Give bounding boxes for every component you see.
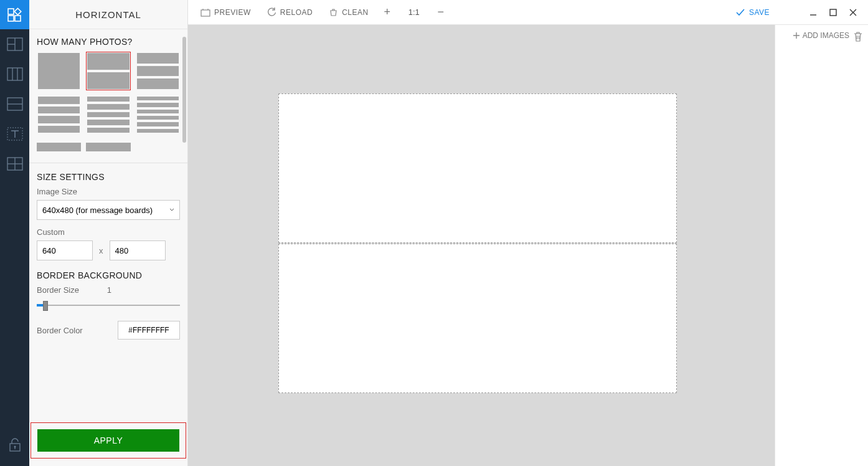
top-toolbar: PREVIEW RELOAD CLEAN + 1:1 − SAVE bbox=[188, 0, 868, 25]
add-images-button[interactable]: ADD IMAGES bbox=[793, 31, 849, 40]
image-size-label: Image Size bbox=[37, 187, 180, 196]
svg-rect-0 bbox=[8, 9, 14, 14]
svg-rect-2 bbox=[15, 16, 21, 21]
panel-title: HORIZONTAL bbox=[29, 0, 187, 29]
apply-highlight: APPLY bbox=[31, 422, 186, 459]
side-panel: HORIZONTAL HOW MANY PHOTOS? SIZE SETTING… bbox=[29, 0, 188, 466]
canvas-area bbox=[188, 25, 775, 466]
main-area: PREVIEW RELOAD CLEAN + 1:1 − SAVE bbox=[188, 0, 868, 466]
zoom-in-button[interactable]: + bbox=[379, 6, 396, 19]
preview-icon bbox=[200, 8, 210, 17]
window-minimize[interactable] bbox=[804, 4, 822, 21]
zoom-ratio: 1:1 bbox=[400, 7, 428, 17]
window-close[interactable] bbox=[844, 4, 862, 21]
columns-icon bbox=[7, 67, 23, 81]
zoom-out-button[interactable]: − bbox=[432, 6, 450, 19]
plus-icon bbox=[793, 32, 800, 39]
maximize-icon bbox=[829, 9, 837, 16]
rail-lock[interactable] bbox=[0, 430, 29, 460]
image-size-value: 640x480 (for message boards) bbox=[42, 206, 153, 215]
divider bbox=[29, 163, 187, 163]
svg-rect-21 bbox=[830, 9, 836, 16]
clean-icon bbox=[329, 7, 338, 17]
logo-icon bbox=[7, 7, 23, 23]
clean-button[interactable]: CLEAN bbox=[323, 5, 375, 19]
rail-layout-rows[interactable] bbox=[0, 89, 29, 119]
svg-rect-19 bbox=[201, 10, 210, 16]
save-button[interactable]: SAVE bbox=[729, 6, 776, 19]
border-color-input[interactable] bbox=[118, 321, 180, 340]
size-heading: SIZE SETTINGS bbox=[37, 172, 180, 182]
layout-1-row[interactable] bbox=[37, 52, 81, 90]
collage-canvas bbox=[278, 93, 677, 394]
svg-rect-7 bbox=[7, 68, 22, 80]
border-size-value: 1 bbox=[107, 285, 111, 295]
image-size-select[interactable]: 640x480 (for message boards) bbox=[37, 200, 180, 220]
window-maximize[interactable] bbox=[824, 4, 842, 21]
layout-extra-2[interactable] bbox=[86, 143, 130, 151]
minimize-icon bbox=[809, 9, 817, 16]
layout-6-rows[interactable] bbox=[136, 95, 180, 134]
layout-5-rows[interactable] bbox=[86, 95, 130, 134]
check-icon bbox=[735, 8, 745, 17]
custom-label: Custom bbox=[37, 227, 180, 237]
reload-button[interactable]: RELOAD bbox=[261, 5, 319, 19]
custom-x: x bbox=[99, 246, 103, 255]
layout-extra-1[interactable] bbox=[37, 143, 81, 151]
layout-2-rows[interactable] bbox=[86, 52, 130, 90]
preview-button[interactable]: PREVIEW bbox=[194, 6, 257, 19]
rail-layout-grid[interactable] bbox=[0, 29, 29, 59]
border-color-label: Border Color bbox=[37, 326, 83, 335]
app-logo bbox=[0, 0, 29, 29]
svg-rect-3 bbox=[14, 8, 21, 15]
left-rail bbox=[0, 0, 29, 466]
chevron-down-icon bbox=[169, 208, 174, 212]
reload-icon bbox=[267, 7, 276, 17]
grid-2x2-icon bbox=[7, 37, 23, 51]
custom-width-input[interactable] bbox=[37, 240, 93, 260]
right-column: ADD IMAGES bbox=[775, 25, 868, 466]
rail-layout-quad[interactable] bbox=[0, 149, 29, 179]
canvas-slot-2[interactable] bbox=[278, 244, 677, 393]
canvas-slot-1[interactable] bbox=[278, 93, 677, 243]
svg-rect-1 bbox=[8, 16, 14, 21]
layout-3-rows[interactable] bbox=[136, 52, 180, 90]
layout-4-rows[interactable] bbox=[37, 95, 81, 134]
photos-heading: HOW MANY PHOTOS? bbox=[37, 37, 180, 47]
rail-text[interactable] bbox=[0, 119, 29, 149]
rows-icon bbox=[7, 97, 23, 111]
close-icon bbox=[849, 9, 857, 16]
text-icon bbox=[7, 127, 23, 141]
border-bg-heading: BORDER BACKGROUND bbox=[37, 270, 180, 280]
photo-count-grid bbox=[37, 52, 180, 134]
delete-button[interactable] bbox=[853, 31, 863, 45]
lock-icon bbox=[8, 437, 22, 452]
apply-button[interactable]: APPLY bbox=[37, 429, 179, 452]
trash-icon bbox=[853, 31, 863, 42]
rail-layout-columns[interactable] bbox=[0, 59, 29, 89]
border-size-slider[interactable] bbox=[37, 300, 180, 311]
custom-height-input[interactable] bbox=[110, 240, 166, 260]
panel-scrollbar[interactable] bbox=[182, 37, 186, 143]
photo-count-grid-2 bbox=[37, 143, 180, 151]
quad-icon bbox=[7, 157, 23, 171]
border-size-label: Border Size bbox=[37, 285, 79, 295]
